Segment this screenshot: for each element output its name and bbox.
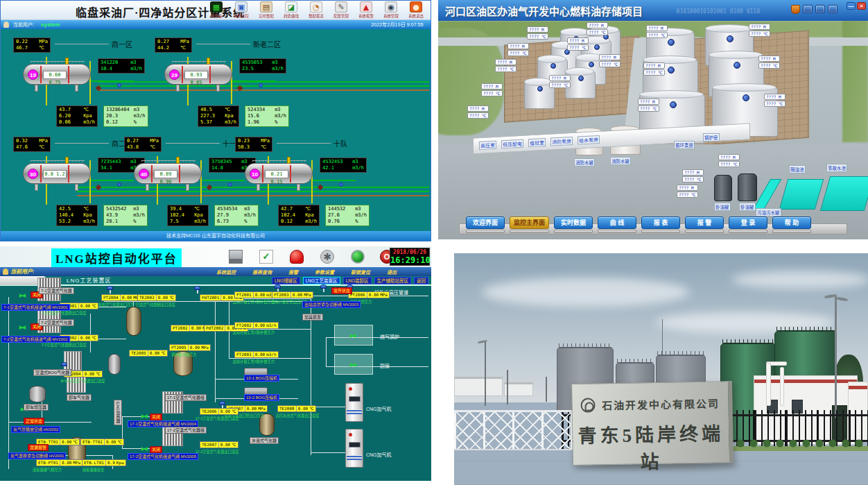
instrument-tag: FT20030.00m3/h (234, 351, 279, 358)
p1-toolbar-button[interactable]: ◔数据报表 (304, 1, 328, 20)
minimize-button[interactable]: — (847, 2, 856, 10)
valve-control-label[interactable]: 13-1 BOG压缩机 (244, 375, 279, 382)
close-button[interactable]: × (857, 2, 866, 10)
tag-caption: 调峰缓冲罐压力 (171, 352, 197, 357)
p2-nav-button[interactable]: 帮 助 (772, 216, 811, 229)
toolbar-label: 水外输 (206, 12, 227, 18)
region-line (196, 44, 250, 44)
window-icon (803, 5, 813, 13)
actuated-valve-icon[interactable] (194, 286, 200, 290)
tag-caption: BOG空温式气化器出口温度 (61, 378, 105, 384)
actuated-valve-icon[interactable] (320, 284, 327, 289)
p2-nav-button[interactable]: 报 表 (641, 216, 680, 229)
settings-gear-icon[interactable]: ✱ (320, 250, 334, 264)
p2-nav-button[interactable]: 登 录 (729, 216, 767, 229)
p1-toolbar-button[interactable]: ◉系统管理 (379, 1, 403, 20)
temp-readout: ???? ℃ (481, 90, 503, 96)
building-link-label[interactable]: 值班室 (528, 138, 546, 147)
panel-tank-farm-3d-scada: 河口区油区办油气开发中心燃料油存储项目 010100010101001 0100… (438, 0, 868, 239)
manual-valve-icon[interactable]: ▶◀ (141, 414, 146, 418)
manual-valve-icon[interactable]: ▶◀ (350, 333, 355, 338)
p3-area-button[interactable]: 生产辅助站房区 (374, 277, 412, 284)
p3-area-button[interactable]: LNG工艺装置区 (303, 277, 340, 284)
building-link-label[interactable]: 给水泵房 (578, 135, 600, 145)
p1-toolbar-button[interactable]: ▲系统报警 (354, 1, 378, 20)
p2-nav-button[interactable]: 欢迎界面 (466, 216, 505, 229)
vessel-stripe (179, 165, 180, 182)
temp-readout: ???? ℃ (527, 33, 548, 40)
p1-toolbar-button[interactable]: ✎配置管理 (329, 1, 353, 20)
p3-menu-item[interactable]: 联锁复位 (351, 269, 370, 275)
tag-caption: 高压水浴式气化器出口温度 (276, 413, 320, 418)
vessel-stripe (151, 165, 153, 182)
p1-toolbar-button[interactable]: ▣系统流程 (229, 1, 253, 20)
p3-menu-item[interactable]: 报表查询 (252, 269, 272, 275)
vessel-inline-meter: 0.21 0.15 (265, 170, 288, 178)
valve-control-label[interactable]: 13-2 BOG压缩机 (244, 394, 279, 401)
p1-titlebar: 临盘采油厂·四净站分区计量系统 ▦水外输▣系统流程▤实时数据◪趋势曲线◔数据报表… (1, 1, 431, 20)
actuated-valve-icon[interactable] (219, 401, 225, 405)
toolbar-label: 配置管理 (331, 12, 352, 18)
building-link-label[interactable]: 高压室 (479, 141, 496, 150)
p3-menu-item[interactable]: 系统监控 (216, 269, 236, 275)
valve-control-label[interactable]: 7-1空温式气化机组进气阀 MV2001 (1, 304, 70, 311)
manual-valve-icon[interactable]: ▶◀ (19, 325, 24, 330)
p2-nav-button[interactable]: 报 警 (685, 216, 724, 229)
level-readout: ???? M (495, 59, 517, 65)
tank-readout-group: ???? M???? ℃ (758, 56, 780, 69)
p2-nav-button[interactable]: 监控主界面 (510, 216, 549, 229)
p3-area-button[interactable]: LNG装卸区 (343, 277, 372, 284)
p3-menu-item[interactable]: 参数设置 (315, 269, 334, 275)
valve-control-label[interactable]: 出站总管紧急切断阀 MV2003 (302, 301, 361, 308)
manual-valve-icon[interactable]: ▶◀ (19, 293, 24, 298)
relief-valve-icon (65, 58, 69, 65)
p2-nav-button[interactable]: 曲 线 (598, 216, 636, 229)
button-pedestal (641, 230, 680, 233)
p2-nav-button-wrap: 报 警 (685, 216, 724, 233)
manual-valve-icon[interactable]: ▶◀ (350, 362, 355, 367)
manual-valve-icon[interactable]: ▶◀ (141, 446, 146, 451)
vessel-leg (186, 184, 189, 191)
valve-control-label[interactable]: 7-2空温式气化机组进气阀 MV2002 (1, 336, 70, 343)
actuated-valve-icon[interactable] (275, 284, 281, 289)
p2-nav-button[interactable]: 实时数据 (554, 216, 593, 229)
tank-readout-group: ???? M???? ℃ (677, 185, 698, 198)
level-sensor-icon (578, 76, 584, 81)
building-link-label[interactable]: 消防泵房 (550, 137, 573, 146)
level-readout: ???? M (638, 99, 659, 105)
temp-readout: ???? ℃ (758, 62, 780, 69)
vessel-stripe (262, 165, 263, 182)
retractable-gate[interactable] (454, 410, 573, 450)
vessel-leg (75, 85, 78, 92)
pipe (311, 452, 345, 453)
workstation-icon[interactable] (229, 250, 243, 264)
tank-readout-group: ???? M???? ℃ (599, 54, 620, 67)
p1-toolbar-button[interactable]: ◪趋势曲线 (279, 1, 303, 20)
p2-nav-button-wrap: 监控主界面 (510, 216, 549, 233)
p3-menu-item[interactable]: 报警 (288, 269, 298, 275)
p3-menu-item[interactable]: 退出 (387, 269, 397, 275)
p2-nav-button-wrap: 报 表 (641, 216, 680, 233)
p3-area-button[interactable]: 返回 (414, 277, 428, 284)
well-number-badge: 30 (28, 169, 38, 179)
metering-unit: 0.22MPa46.7℃商一区190.60 0.75341220m310.4m3… (13, 37, 159, 129)
p1-toolbar-button[interactable]: ●系统退出 (404, 1, 428, 20)
valve-control-label[interactable]: 氮气管路放空阀 HV2002 (11, 426, 60, 433)
inlet-pressure-temp-meter: 0.27MPa43.8℃ (124, 137, 162, 152)
valve-control-label[interactable]: 17-2空温式气化机组进气阀 MV2005 (128, 453, 198, 460)
p1-toolbar-button[interactable]: ▤实时数据 (254, 1, 278, 20)
alarm-beacon-icon[interactable] (290, 250, 304, 264)
actuated-valve-icon[interactable] (107, 286, 113, 290)
level-sensor-icon (734, 62, 740, 69)
actuated-valve-icon[interactable] (61, 362, 67, 366)
building-link-label[interactable]: 低压配电 (501, 139, 523, 149)
report-check-icon[interactable]: ✓ (259, 250, 273, 264)
p1-toolbar-button[interactable]: ▦水外输 (205, 1, 228, 20)
site-label: 循环泵房 (674, 141, 695, 149)
distant-building (504, 382, 533, 396)
valve-control-label[interactable]: 氮气置换紧急切断阀 HV2001 (8, 452, 66, 459)
p3-area-button[interactable]: LNG储罐区 (272, 277, 300, 284)
pipe (313, 180, 356, 181)
interlock-reset-icon[interactable] (351, 250, 365, 264)
level-readout: ???? M (682, 169, 704, 176)
